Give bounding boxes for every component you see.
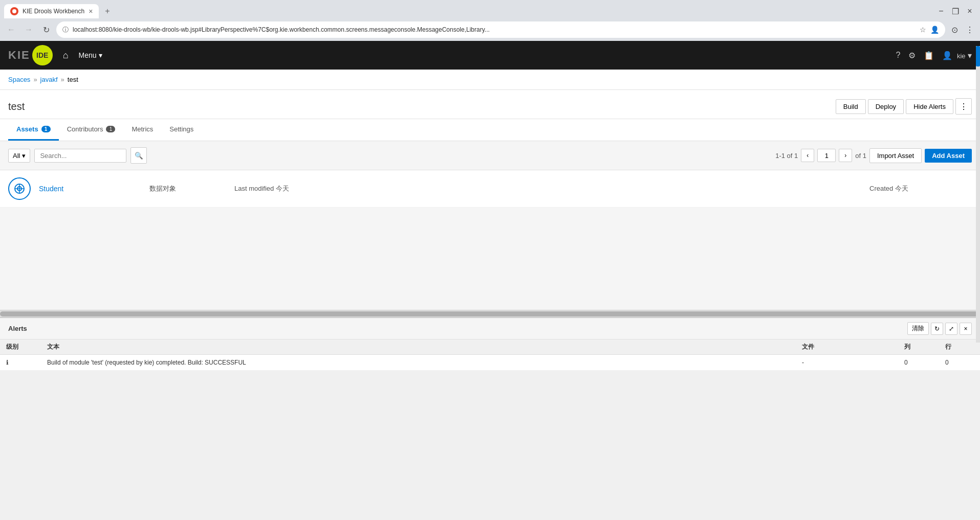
hide-alerts-button[interactable]: Hide Alerts <box>906 99 953 114</box>
menu-btn[interactable]: Menu ▾ <box>75 49 106 61</box>
breadcrumb-sep1: » <box>33 76 37 83</box>
tab-contributors[interactable]: Contributors 1 <box>59 119 124 141</box>
horizontal-scrollbar[interactable] <box>0 310 980 317</box>
h-scroll-thumb[interactable] <box>0 311 980 316</box>
asset-modified: Last modified 今天 <box>234 184 861 193</box>
col-header-col: 列 <box>898 340 939 355</box>
browser-menu-btn[interactable]: ⋮ <box>964 24 976 36</box>
account-icon[interactable]: 👤 <box>930 26 939 34</box>
close-alerts-btn[interactable]: × <box>960 323 972 335</box>
alert-file: - <box>796 355 898 371</box>
win-minimize-btn[interactable]: − <box>935 5 947 17</box>
pagination-text: 1-1 of 1 <box>775 152 798 160</box>
tab-contributors-badge: 1 <box>106 126 115 132</box>
back-btn[interactable]: ← <box>4 22 18 37</box>
tab-title: KIE Drools Workbench <box>23 8 84 15</box>
win-close-btn[interactable]: × <box>964 5 976 17</box>
alert-text: Build of module 'test' (requested by kie… <box>41 355 796 371</box>
header-right: ? ⚙ 📋 👤 kie ▾ <box>896 51 972 60</box>
active-tab[interactable]: KIE Drools Workbench × <box>4 4 99 18</box>
col-header-level: 级别 <box>0 340 41 355</box>
lock-icon: ⓘ <box>62 26 69 34</box>
tab-assets[interactable]: Assets 1 <box>8 119 59 141</box>
col-header-text: 文本 <box>41 340 796 355</box>
tab-settings[interactable]: Settings <box>161 119 202 141</box>
search-button[interactable]: 🔍 <box>130 147 147 164</box>
user-icon: 👤 <box>942 51 952 60</box>
next-page-btn[interactable]: › <box>839 149 852 162</box>
prev-page-btn[interactable]: ‹ <box>801 149 814 162</box>
deploy-icon[interactable]: 📋 <box>924 51 934 60</box>
menu-label: Menu <box>79 51 97 59</box>
breadcrumb: Spaces » javakf » test <box>0 70 980 90</box>
win-maximize-btn[interactable]: ❐ <box>949 5 962 17</box>
tab-metrics-label: Metrics <box>132 125 153 133</box>
assets-toolbar: All ▾ 🔍 1-1 of 1 ‹ › of 1 Import Asset A… <box>0 141 980 170</box>
alerts-panel: Alerts 清除 ↻ ⤢ × 级别 文本 文件 列 行 ℹ Build of … <box>0 317 980 371</box>
asset-name[interactable]: Student <box>39 185 141 193</box>
window-controls: − ❐ × <box>935 5 976 17</box>
address-bar: ← → ↻ ⓘ localhost:8080/kie-drools-wb/kie… <box>0 18 980 41</box>
tab-settings-label: Settings <box>169 125 193 133</box>
search-input[interactable] <box>34 149 126 163</box>
tab-favicon <box>10 7 18 15</box>
expand-alerts-btn[interactable]: ⤢ <box>945 323 957 335</box>
page-actions: Build Deploy Hide Alerts ⋮ <box>836 98 972 115</box>
asset-type-icon <box>8 177 31 200</box>
tab-assets-label: Assets <box>16 125 38 133</box>
deploy-button[interactable]: Deploy <box>868 99 904 114</box>
alert-col: 0 <box>898 355 939 371</box>
user-menu[interactable]: 👤 kie ▾ <box>942 51 972 60</box>
user-name: kie <box>957 52 966 60</box>
vertical-scrollbar[interactable] <box>976 46 980 343</box>
tabs-bar: Assets 1 Contributors 1 Metrics Settings <box>0 119 980 141</box>
table-row: ℹ Build of module 'test' (requested by k… <box>0 355 980 371</box>
breadcrumb-spaces[interactable]: Spaces <box>8 76 30 83</box>
user-arrow-icon: ▾ <box>968 51 972 60</box>
kie-text: KIE <box>8 49 30 62</box>
url-bar[interactable]: ⓘ localhost:8080/kie-drools-wb/kie-drool… <box>56 21 945 38</box>
forward-btn[interactable]: → <box>21 22 36 37</box>
alerts-actions: 清除 ↻ ⤢ × <box>907 322 972 335</box>
alerts-table: 级别 文本 文件 列 行 ℹ Build of module 'test' (r… <box>0 340 980 371</box>
add-asset-button[interactable]: Add Asset <box>925 149 972 163</box>
home-icon[interactable]: ⌂ <box>63 50 69 61</box>
asset-created: Created 今天 <box>869 184 972 193</box>
help-icon[interactable]: ? <box>896 51 901 60</box>
import-asset-button[interactable]: Import Asset <box>869 148 922 163</box>
build-button[interactable]: Build <box>836 99 866 114</box>
pagination: 1-1 of 1 ‹ › of 1 Import Asset Add Asset <box>775 148 972 163</box>
col-header-file: 文件 <box>796 340 898 355</box>
more-actions-btn[interactable]: ⋮ <box>955 98 972 115</box>
breadcrumb-sep2: » <box>61 76 64 83</box>
page-header: test Build Deploy Hide Alerts ⋮ <box>0 90 980 119</box>
alerts-header: Alerts 清除 ↻ ⤢ × <box>0 318 980 340</box>
tab-close-btn[interactable]: × <box>89 8 93 15</box>
tab-contributors-label: Contributors <box>67 125 103 133</box>
new-tab-btn[interactable]: + <box>101 5 114 18</box>
alert-level: ℹ <box>0 355 41 371</box>
asset-list: Student 数据对象 Last modified 今天 Created 今天 <box>0 170 980 208</box>
empty-content-area <box>0 208 980 310</box>
tab-metrics[interactable]: Metrics <box>123 119 161 141</box>
url-text: localhost:8080/kie-drools-wb/kie-drools-… <box>73 26 916 33</box>
asset-type-label: 数据对象 <box>149 184 226 193</box>
alert-row: 0 <box>939 355 980 371</box>
clear-alerts-btn[interactable]: 清除 <box>907 322 929 335</box>
extensions-btn[interactable]: ⊙ <box>948 24 961 36</box>
alerts-title: Alerts <box>8 325 907 332</box>
ide-badge: IDE <box>32 45 53 65</box>
breadcrumb-javakf[interactable]: javakf <box>40 76 58 83</box>
filter-dropdown[interactable]: All ▾ <box>8 149 30 163</box>
browser-chrome: KIE Drools Workbench × + − ❐ × ← → ↻ ⓘ l… <box>0 0 980 41</box>
tab-bar: KIE Drools Workbench × + − ❐ × <box>0 0 980 18</box>
search-icon: 🔍 <box>135 152 143 160</box>
page-number-input[interactable] <box>817 149 836 162</box>
tab-assets-badge: 1 <box>41 126 51 132</box>
reload-btn[interactable]: ↻ <box>39 22 53 37</box>
v-scroll-thumb[interactable] <box>976 46 980 66</box>
settings-icon[interactable]: ⚙ <box>908 51 916 60</box>
refresh-alerts-btn[interactable]: ↻ <box>931 323 943 335</box>
bookmark-icon[interactable]: ☆ <box>920 26 926 34</box>
menu-arrow-icon: ▾ <box>99 51 102 59</box>
